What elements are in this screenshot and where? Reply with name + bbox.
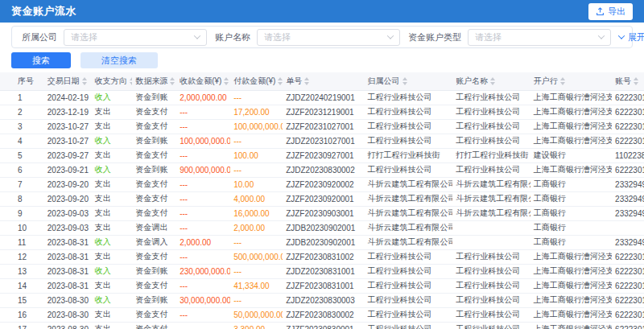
cell-receipt: --- [176, 278, 230, 293]
cell-source: 资金支付 [132, 119, 176, 134]
cell-bank: 上海工商银行漕河泾支行 [530, 249, 612, 264]
export-button[interactable]: 导出 [588, 3, 633, 20]
table-row: 72023-09-20支出资金支付---10.00ZJZF20230920002… [0, 177, 644, 191]
table-row: 132023-08-31收入资金到账230,000,000.00---ZJDZ2… [0, 264, 644, 278]
cell-source: 资金到账 [132, 134, 176, 148]
cell-receipt: --- [176, 119, 230, 134]
column-header-direction[interactable]: 收支方向 [92, 72, 133, 90]
filter-actions: 搜索 清空搜索 [11, 52, 633, 68]
cell-index: 1 [0, 90, 44, 105]
cell-account_no: 23329499 [612, 191, 644, 206]
table-row: 152023-08-30收入资金到账30,000,000.00---ZJDZ20… [0, 293, 644, 307]
cell-direction: 收入 [92, 293, 133, 307]
chevron-down-icon [598, 32, 605, 39]
column-header-company[interactable]: 归属公司 [365, 72, 453, 90]
column-header-payment[interactable]: 付款金额(¥) [230, 72, 283, 90]
cell-index: 5 [0, 148, 44, 162]
table-header-row: 序号交易日期收支方向数据来源收款金额(¥)付款金额(¥)单号归属公司账户名称开户… [0, 72, 644, 90]
cell-direction: 支出 [92, 307, 133, 322]
cell-account_no: 62223011 [612, 162, 644, 177]
cell-direction: 收入 [92, 264, 133, 278]
column-header-account_name[interactable]: 账户名称 [452, 72, 530, 90]
cell-account_name: 斗折云建筑工程有限公司 [452, 206, 530, 220]
cell-order_no: ZJZF20230903001 [283, 206, 364, 220]
cell-account_no [612, 220, 644, 235]
cell-company: 工程行业科技公司 [365, 105, 453, 119]
cell-payment: 100.00 [230, 148, 283, 162]
cell-payment: --- [230, 264, 283, 278]
cell-date: 2023-09-27 [44, 148, 92, 162]
cell-bank: 工商银行 [530, 191, 612, 206]
cell-account_no: 62223011 [612, 322, 644, 329]
export-icon [596, 7, 605, 16]
column-header-order_no[interactable]: 单号 [283, 72, 364, 90]
cell-bank: 上海工商银行漕河泾支行 [530, 134, 612, 148]
cell-direction: 支出 [92, 206, 133, 220]
cell-source: 资金到账 [132, 264, 176, 278]
content-area: 所属公司 请选择 账户名称 请选择 资金账户类型 请选择 [0, 26, 644, 329]
chevron-down-icon [194, 32, 200, 39]
cell-order_no: ZJZF20230831001 [283, 278, 364, 293]
cell-date: 2023-08-31 [44, 235, 92, 249]
cell-company: 工程行业科技公司 [365, 264, 453, 278]
cell-index: 8 [0, 191, 44, 206]
column-label: 开户行 [534, 76, 558, 85]
cell-index: 15 [0, 293, 44, 307]
cell-payment: 16,000.00 [230, 206, 283, 220]
account-name-select-placeholder: 请选择 [264, 31, 291, 43]
cell-date: 2023-09-20 [44, 191, 92, 206]
cell-direction: 支出 [92, 191, 133, 206]
table-row: 142023-08-31支出资金支付---41,334.00ZJZF202308… [0, 278, 644, 293]
cell-source: 资金调入 [132, 235, 176, 249]
cell-date: 2023-08-30 [44, 307, 92, 322]
flow-table: 序号交易日期收支方向数据来源收款金额(¥)付款金额(¥)单号归属公司账户名称开户… [0, 72, 644, 329]
cell-bank: 上海工商银行漕河泾支行 [530, 278, 612, 293]
cell-company: 工程行业科技公司 [365, 134, 453, 148]
cell-order_no: ZJDB20230902001 [283, 235, 364, 249]
cell-payment: 4,000.00 [230, 191, 283, 206]
account-type-select[interactable]: 请选择 [468, 29, 611, 46]
cell-date: 2023-09-03 [44, 220, 92, 235]
cell-index: 7 [0, 177, 44, 191]
table-body: 12024-02-19收入资金到账2,000,000.00---ZJDZ2024… [0, 90, 644, 329]
cell-source: 资金支付 [132, 105, 176, 119]
column-header-account_no[interactable]: 账号 [612, 72, 644, 90]
account-name-select[interactable]: 请选择 [257, 29, 400, 46]
cell-index: 6 [0, 162, 44, 177]
company-select[interactable]: 请选择 [64, 29, 207, 46]
cell-order_no: ZJZF20231027001 [283, 119, 364, 134]
sort-icon [402, 77, 407, 85]
cell-payment: --- [230, 90, 283, 105]
cell-receipt: --- [176, 307, 230, 322]
cell-index: 14 [0, 278, 44, 293]
cell-account_name: 斗折云建筑工程有限公司 [452, 191, 530, 206]
clear-search-button[interactable]: 清空搜索 [80, 52, 158, 68]
cell-index: 11 [0, 235, 44, 249]
table-row: 122023-08-31支出资金支付---500,000,000.00ZJZF2… [0, 249, 644, 264]
cell-company: 工程行业科技公司 [365, 162, 453, 177]
expand-filters-link[interactable]: 展开筛选 [619, 31, 644, 43]
column-header-date[interactable]: 交易日期 [44, 72, 92, 90]
cell-order_no: ZJZF20230920001 [283, 191, 364, 206]
cell-order_no: ZJDZ20230830002 [283, 162, 364, 177]
cell-company: 工程行业科技公司 [365, 249, 453, 264]
column-label: 账户名称 [456, 76, 488, 85]
cell-company: 工程行业科技公司 [365, 322, 453, 329]
cell-source: 资金支付 [132, 249, 176, 264]
column-header-source[interactable]: 数据来源 [132, 72, 176, 90]
column-header-receipt[interactable]: 收款金额(¥) [176, 72, 230, 90]
cell-account_name: 工程行业科技公司 [452, 162, 530, 177]
cell-direction: 支出 [92, 119, 133, 134]
cell-order_no: ZJZF20230920002 [283, 177, 364, 191]
column-header-bank[interactable]: 开户行 [530, 72, 612, 90]
cell-bank: 上海工商银行漕河泾支行 [530, 162, 612, 177]
sort-icon [170, 77, 175, 85]
page-title: 资金账户流水 [11, 4, 76, 19]
column-label: 账号 [615, 76, 631, 85]
cell-payment: 100,000,000.00 [230, 119, 283, 134]
cell-source: 资金到账 [132, 90, 176, 105]
cell-payment: --- [230, 293, 283, 307]
cell-receipt: 230,000,000.00 [176, 264, 230, 278]
search-button[interactable]: 搜索 [11, 52, 71, 68]
cell-account_no: 62223011 [612, 293, 644, 307]
